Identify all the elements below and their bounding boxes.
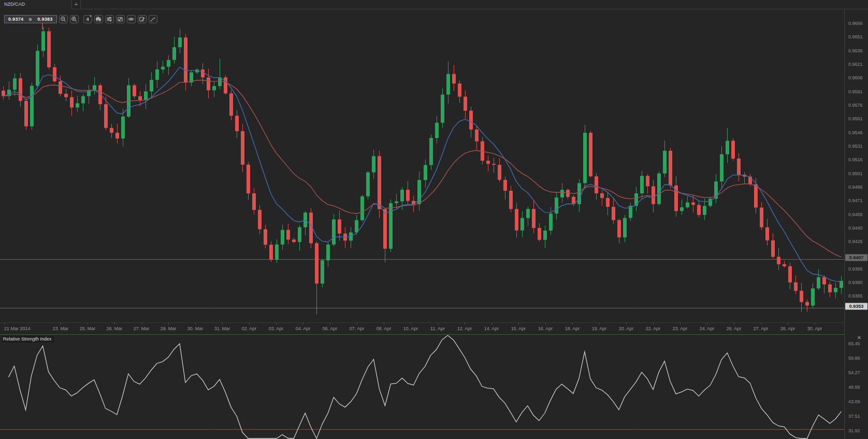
link-icon xyxy=(128,16,134,22)
price-tick-label: 0.9666 xyxy=(848,21,863,26)
candles-icon xyxy=(95,16,102,22)
price-tick-label: 0.9621 xyxy=(848,62,863,67)
rsi-tick-label: 31.92 xyxy=(848,428,860,433)
date-tick-label: 21 Mar 2014 xyxy=(4,326,31,331)
price-tick-label: 0.9380 xyxy=(848,280,863,285)
price-tick-label: 0.9606 xyxy=(848,75,863,80)
date-tick-label: 29. Mar xyxy=(161,326,177,331)
date-tick-label: 27. Mar xyxy=(134,326,150,331)
sliders-icon xyxy=(106,16,112,22)
date-tick-label: 24. Apr xyxy=(700,326,715,331)
chart-toolbar: 0.9374 0.9383 4 xyxy=(4,15,157,23)
zoom-out-button[interactable] xyxy=(59,15,68,23)
price-tick-label: 0.9576 xyxy=(848,103,863,108)
timeframe-button[interactable]: 4 xyxy=(83,15,92,23)
date-tick-label: 30. Apr xyxy=(807,326,822,331)
candlestick-chart-canvas[interactable] xyxy=(0,0,868,439)
date-tick-label: 30. Mar xyxy=(187,326,204,331)
date-tick-label: 25. Mar xyxy=(80,326,96,331)
zoom-out-icon xyxy=(60,16,66,22)
date-tick-label: 18. Apr xyxy=(565,326,580,331)
price-tick-label: 0.9591 xyxy=(848,89,863,94)
rsi-tick-label: 43.09 xyxy=(848,399,860,404)
rsi-tick-label: 65.45 xyxy=(848,341,860,346)
rsi-overbought-line xyxy=(0,334,845,335)
trading-platform-window: NZD/CAD + 0.9374 0.9383 4 0.96660.96510.… xyxy=(0,0,868,439)
date-tick-label: 07. Apr xyxy=(350,326,365,331)
rsi-tick-label: 37.51 xyxy=(848,414,860,419)
date-tick-label: 26. Mar xyxy=(107,326,123,331)
price-level-badge: 0.9407 xyxy=(845,254,867,261)
rsi-tick-label: 59.86 xyxy=(848,356,860,361)
date-tick-label: 03. Apr xyxy=(269,326,284,331)
price-tick-label: 0.9395 xyxy=(848,266,863,272)
price-tick-label: 0.9501 xyxy=(848,171,863,176)
spread-indicator xyxy=(29,18,32,21)
date-axis[interactable]: 21 Mar 201423. Mar25. Mar26. Mar27. Mar2… xyxy=(0,322,844,335)
price-tick-label: 0.9561 xyxy=(848,116,863,121)
date-tick-label: 23. Apr xyxy=(673,326,688,331)
date-tick-label: 06. Apr xyxy=(323,326,338,331)
date-tick-label: 26. Apr xyxy=(727,326,742,331)
date-tick-label: 12. Apr xyxy=(457,326,472,331)
toolbar-buttons: 4 xyxy=(57,15,157,23)
zoom-in-button[interactable] xyxy=(70,15,79,23)
price-tick-label: 0.9546 xyxy=(848,130,863,135)
edit-icon xyxy=(139,16,145,22)
date-tick-label: 16. Apr xyxy=(538,326,553,331)
indicators-button[interactable] xyxy=(105,15,114,23)
expand-icon xyxy=(117,16,123,22)
price-tick-label: 0.9425 xyxy=(848,239,863,244)
annotate-button[interactable] xyxy=(138,15,147,23)
date-tick-label: 27. Apr xyxy=(754,326,769,331)
price-tick-label: 0.9455 xyxy=(848,212,863,217)
price-level-badge: 0.9353 xyxy=(845,303,867,310)
price-tick-label: 0.9365 xyxy=(848,293,863,299)
date-tick-label: 15. Apr xyxy=(511,326,526,331)
ask-price: 0.9383 xyxy=(37,17,52,22)
rsi-panel-title: Relative Strength Index xyxy=(2,336,54,343)
date-tick-label: 23. Mar xyxy=(53,326,69,331)
date-tick-label: 08. Apr xyxy=(377,326,392,331)
link-button[interactable] xyxy=(127,15,136,23)
pencil-icon xyxy=(150,16,156,22)
timeframe-icon: 4 xyxy=(86,17,89,22)
price-tick-label: 0.9636 xyxy=(848,48,863,53)
price-tick-label: 0.9440 xyxy=(848,225,863,231)
date-tick-label: 04. Apr xyxy=(296,326,311,331)
rsi-tick-label: 48.68 xyxy=(848,385,860,390)
expand-button[interactable] xyxy=(116,15,125,23)
date-tick-label: 11. Apr xyxy=(430,326,445,331)
price-tick-label: 0.9651 xyxy=(848,34,863,39)
date-tick-label: 20. Apr xyxy=(619,326,634,331)
date-tick-label: 10. Apr xyxy=(403,326,418,331)
price-tick-label: 0.9471 xyxy=(848,198,863,203)
price-tick-label: 0.9531 xyxy=(848,144,863,149)
date-tick-label: 02. Apr xyxy=(242,326,257,331)
rsi-close-icon[interactable]: ✕ xyxy=(856,334,863,342)
price-tick-label: 0.9516 xyxy=(848,157,863,162)
zoom-in-icon xyxy=(71,16,77,22)
date-tick-label: 28. Apr xyxy=(780,326,795,331)
chart-type-button[interactable] xyxy=(94,15,103,23)
price-pointer-marker xyxy=(42,23,43,30)
rsi-tick-label: 54.27 xyxy=(848,370,860,375)
date-tick-label: 31. Mar xyxy=(214,326,230,331)
price-tick-label: 0.9486 xyxy=(848,185,863,190)
bid-price: 0.9374 xyxy=(8,17,23,22)
price-axis[interactable]: 0.96660.96510.96360.96210.96060.95910.95… xyxy=(844,9,868,439)
quote-widget[interactable]: 0.9374 0.9383 xyxy=(4,15,57,23)
date-tick-label: 22. Apr xyxy=(646,326,661,331)
draw-button[interactable] xyxy=(149,15,157,23)
date-tick-label: 14. Apr xyxy=(484,326,499,331)
date-tick-label: 19. Apr xyxy=(592,326,607,331)
